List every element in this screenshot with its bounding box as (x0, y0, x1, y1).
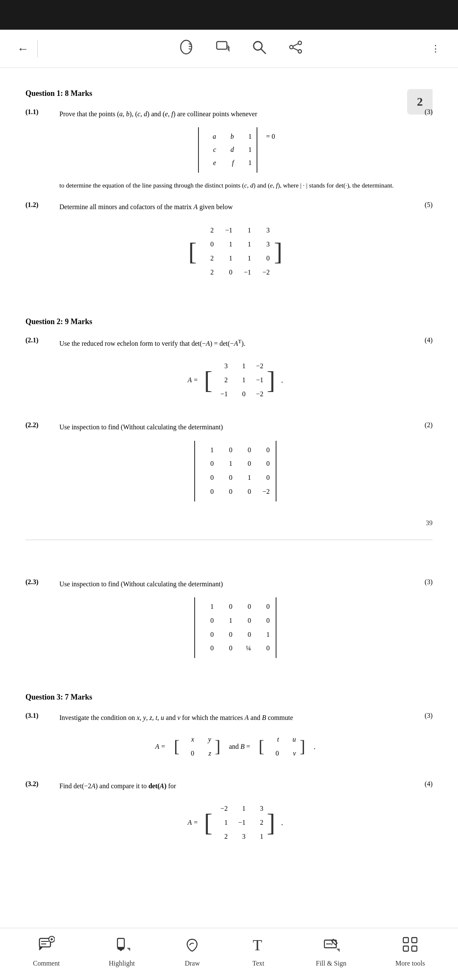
q2-3-matrix-container: 1000 0100 0001 00¼0 (59, 597, 411, 658)
q2-1-matrix-container: A = 31−2 21−1 −10−2 . (59, 357, 411, 403)
page-divider (25, 540, 433, 540)
svg-rect-31 (412, 938, 417, 943)
q1-1-determinant: a b 1 c d 1 e f 1 = 0 (59, 127, 411, 172)
q1-2-num: (1.2) (25, 201, 59, 290)
q3-1-B-matrix: tu 0v (259, 731, 305, 762)
comment-toolbar-icon[interactable] (215, 39, 230, 58)
q3-1-two-matrices: A = xy 0z and B = tu 0v . (59, 731, 411, 762)
text-icon: T (250, 936, 267, 956)
q1-1-marks: (3) (411, 108, 433, 191)
text-label: Text (252, 960, 264, 967)
comment-label: Comment (33, 960, 60, 967)
q3-1-num: (3.1) (25, 712, 59, 770)
q3-2-num: (3.2) (25, 780, 59, 854)
q2-1-period: . (281, 374, 283, 386)
q1-1-num: (1.1) (25, 108, 59, 191)
question-2-3: (2.3) Use inspection to find (Without ca… (25, 578, 433, 666)
q3-1-period: . (314, 741, 316, 753)
status-bar (0, 0, 458, 30)
q1-1-subtext: to determine the equation of the line pa… (59, 180, 411, 191)
q3-2-text: Find det(−2A) and compare it to det(A) f… (59, 782, 176, 790)
det-matrix-2-2: 1000 0100 0010 000−2 (192, 441, 279, 501)
svg-text:T: T (253, 937, 262, 953)
question-3-2: (3.2) Find det(−2A) and compare it to de… (25, 780, 433, 854)
search-toolbar-icon[interactable] (251, 39, 267, 58)
comment-tool[interactable]: Comment (33, 936, 60, 967)
q2-3-marks: (3) (411, 578, 433, 666)
page-number-39: 39 (25, 519, 433, 527)
q3-1-A-matrix: xy 0z (174, 731, 221, 762)
svg-marker-23 (119, 949, 123, 951)
svg-rect-33 (412, 946, 417, 951)
more-options-button[interactable]: ⋮ (431, 43, 441, 54)
q1-1-content: Prove that the points (a, b), (c, d) and… (59, 108, 411, 191)
q2-2-marks: (2) (411, 421, 433, 509)
draw-label: Draw (185, 960, 200, 967)
svg-rect-21 (117, 938, 124, 948)
question-1-1: (1.1) Prove that the points (a, b), (c, … (25, 108, 433, 191)
q2-1-content: Use the reduced row echelon form to veri… (59, 336, 411, 411)
q1-2-marks: (5) (411, 201, 433, 290)
q3-2-content: Find det(−2A) and compare it to det(A) f… (59, 780, 411, 854)
toolbar-divider (37, 40, 38, 57)
svg-rect-22 (117, 947, 124, 949)
svg-rect-4 (217, 42, 227, 49)
q1-2-content: Determine all minors and cofactors of th… (59, 201, 411, 290)
page-content: 2 Question 1: 8 Marks (1.1) Prove that t… (0, 68, 458, 940)
q2-3-num: (2.3) (25, 578, 59, 666)
q2-1-bracket-matrix: 31−2 21−1 −10−2 (204, 357, 275, 403)
draw-icon (184, 936, 201, 956)
share-toolbar-icon[interactable] (288, 39, 303, 58)
text-tool[interactable]: T Text (250, 936, 267, 967)
svg-line-2 (189, 46, 192, 47)
q3-1-A-label: A = (155, 741, 165, 752)
question-3-1: (3.1) Investigate the condition on x, y,… (25, 712, 433, 770)
question-2-2: (2.2) Use inspection to find (Without ca… (25, 421, 433, 509)
q3-2-marks: (4) (411, 780, 433, 854)
draw-tool[interactable]: Draw (184, 936, 201, 967)
highlight-tool[interactable]: Highlight (109, 936, 135, 967)
fillsign-icon (323, 936, 340, 956)
q3-1-matrices-container: A = xy 0z and B = tu 0v . (59, 731, 411, 762)
question-2-1: (2.1) Use the reduced row echelon form t… (25, 336, 433, 411)
reading-mode-icon[interactable] (179, 39, 194, 58)
svg-point-12 (290, 45, 293, 49)
q1-1-text: Prove that the points (a, b), (c, d) and… (59, 110, 257, 118)
svg-rect-32 (403, 946, 408, 951)
svg-marker-28 (336, 949, 340, 952)
q3-1-and-label: and B = (229, 741, 250, 752)
q1-2-text: Determine all minors and cofactors of th… (59, 203, 233, 210)
highlight-icon (113, 936, 130, 956)
svg-rect-30 (403, 938, 408, 943)
q3-2-A-label: A = (188, 817, 198, 828)
fillsign-label: Fill & Sign (316, 960, 346, 967)
question3-header: Question 3: 7 Marks (25, 693, 433, 702)
question2-header: Question 2: 9 Marks (25, 317, 433, 326)
q2-2-num: (2.2) (25, 421, 59, 509)
moretools-label: More tools (395, 960, 425, 967)
back-button[interactable]: ← (17, 42, 29, 56)
q2-2-matrix-container: 1000 0100 0010 000−2 (59, 441, 411, 501)
q2-2-text: Use inspection to find (Without calculat… (59, 423, 223, 431)
svg-line-14 (293, 48, 298, 50)
toolbar: ← (0, 30, 458, 68)
q1-2-bracket-matrix: 2−113 0113 2110 20−1−2 (188, 220, 282, 283)
q1-2-matrix-container: 2−113 0113 2110 20−1−2 (59, 220, 411, 283)
svg-line-13 (293, 44, 298, 46)
det-matrix-1: a b 1 c d 1 e f 1 (195, 127, 260, 172)
svg-point-0 (181, 40, 192, 54)
q3-2-matrix-container: A = −213 1−12 231 . (59, 799, 411, 846)
q3-1-text: Investigate the condition on x, y, z, t,… (59, 714, 293, 721)
q2-1-marks: (4) (411, 336, 433, 411)
svg-line-3 (189, 49, 192, 49)
q2-3-content: Use inspection to find (Without calculat… (59, 578, 411, 666)
toolbar-icons (50, 39, 431, 58)
q2-1-text: Use the reduced row echelon form to veri… (59, 340, 246, 347)
moretools-tool[interactable]: More tools (395, 936, 425, 967)
q2-1-num: (2.1) (25, 336, 59, 411)
fillsign-tool[interactable]: Fill & Sign (316, 936, 346, 967)
q3-1-marks: (3) (411, 712, 433, 770)
q2-1-A-label: A = (188, 375, 198, 386)
highlight-label: Highlight (109, 960, 135, 967)
svg-line-9 (261, 49, 265, 53)
